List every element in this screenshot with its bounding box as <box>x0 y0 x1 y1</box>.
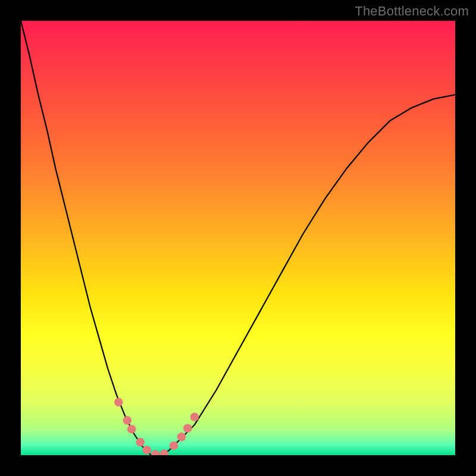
curve-marker <box>170 441 178 450</box>
curve-marker <box>177 433 186 441</box>
curve-marker <box>190 412 199 421</box>
bottleneck-curve <box>21 21 455 455</box>
curve-marker <box>151 450 160 455</box>
curve-marker <box>127 425 136 434</box>
curve-layer <box>21 21 455 455</box>
chart-frame: TheBottleneck.com <box>0 0 476 476</box>
curve-markers <box>114 398 199 455</box>
curve-marker <box>160 450 169 455</box>
attribution-text: TheBottleneck.com <box>355 4 469 19</box>
plot-area <box>21 21 455 455</box>
curve-marker <box>183 424 192 433</box>
curve-marker <box>114 398 123 407</box>
curve-marker <box>136 438 145 447</box>
curve-marker <box>142 446 151 455</box>
curve-marker <box>123 416 132 425</box>
